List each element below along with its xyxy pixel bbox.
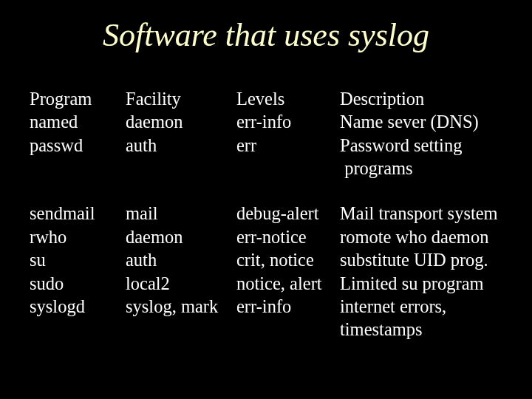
- column-header-description: Description: [340, 87, 502, 110]
- cell-levels: crit, notice: [236, 248, 340, 271]
- slide-title: Software that uses syslog: [0, 0, 532, 61]
- spacer: [30, 180, 126, 202]
- cell-description: Password setting programs: [340, 134, 502, 180]
- cell-levels: notice, alert: [236, 272, 340, 295]
- spacer: [126, 180, 236, 202]
- cell-facility: syslog, mark: [126, 295, 236, 341]
- cell-levels: err-notice: [236, 225, 340, 248]
- cell-description: romote who daemon: [340, 225, 502, 248]
- cell-facility: daemon: [126, 110, 236, 133]
- cell-description: Mail transport system: [340, 202, 502, 225]
- slide-body: Program Facility Levels Description name…: [0, 61, 532, 341]
- cell-description: Limited su program: [340, 272, 502, 295]
- syslog-table: Program Facility Levels Description name…: [30, 87, 502, 341]
- cell-levels: err: [236, 134, 340, 180]
- cell-facility: auth: [126, 134, 236, 180]
- cell-description: substitute UID prog.: [340, 248, 502, 271]
- column-header-program: Program: [30, 87, 126, 110]
- cell-program: sendmail: [30, 202, 126, 225]
- column-header-levels: Levels: [236, 87, 340, 110]
- cell-facility: mail: [126, 202, 236, 225]
- cell-program: named: [30, 110, 126, 133]
- cell-levels: debug-alert: [236, 202, 340, 225]
- cell-levels: err-info: [236, 295, 340, 341]
- cell-program: su: [30, 248, 126, 271]
- cell-program: passwd: [30, 134, 126, 180]
- cell-description: Name sever (DNS): [340, 110, 502, 133]
- cell-facility: auth: [126, 248, 236, 271]
- cell-facility: local2: [126, 272, 236, 295]
- slide: Software that uses syslog Program Facili…: [0, 0, 532, 399]
- spacer: [236, 180, 340, 202]
- column-header-facility: Facility: [126, 87, 236, 110]
- cell-program: syslogd: [30, 295, 126, 341]
- cell-levels: err-info: [236, 110, 340, 133]
- cell-program: sudo: [30, 272, 126, 295]
- cell-facility: daemon: [126, 225, 236, 248]
- cell-description: internet errors, timestamps: [340, 295, 502, 341]
- spacer: [340, 180, 502, 202]
- cell-program: rwho: [30, 225, 126, 248]
